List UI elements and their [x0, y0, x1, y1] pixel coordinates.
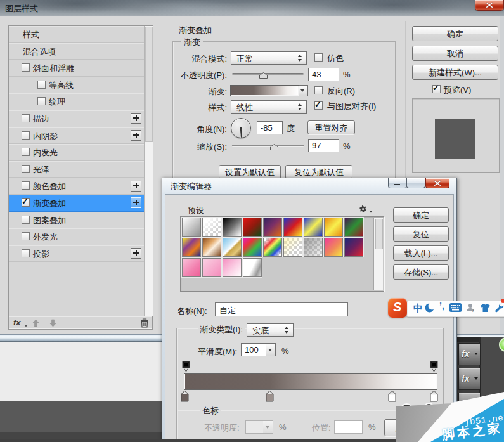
gradient-preset-swatch[interactable]	[243, 218, 262, 237]
minimize-button[interactable]	[388, 178, 407, 188]
style-list-item[interactable]: 内发光	[9, 144, 144, 161]
presets-menu-button[interactable]	[358, 204, 368, 216]
gradient-preset-swatch[interactable]	[344, 218, 363, 237]
style-list-item[interactable]: 纹理	[9, 93, 144, 110]
style-list-item[interactable]: 外发光	[9, 228, 144, 245]
add-instance-button[interactable]	[131, 181, 141, 192]
style-item-checkbox[interactable]	[22, 165, 30, 173]
editor-ok-button[interactable]: 确定	[393, 207, 449, 223]
style-list-item[interactable]: 图案叠加	[9, 212, 144, 229]
style-item-checkbox[interactable]	[22, 198, 30, 207]
style-item-checkbox[interactable]	[37, 81, 46, 89]
gradient-preset-swatch[interactable]	[223, 258, 242, 277]
punctuation-icon[interactable]: ’,	[439, 301, 444, 311]
close-button[interactable]	[475, 0, 504, 11]
style-item-checkbox[interactable]	[22, 148, 30, 156]
editor-reset-button[interactable]: 复位	[393, 226, 449, 242]
skin-tshirt-icon[interactable]	[480, 303, 491, 315]
chinese-mode-icon[interactable]: 中	[413, 302, 423, 315]
stop-opacity-input[interactable]	[245, 420, 264, 434]
user-avatar-icon[interactable]: 7	[465, 302, 476, 315]
save-button[interactable]: 存储(S)...	[393, 264, 449, 280]
smoothness-dropdown-button[interactable]	[266, 343, 276, 356]
style-list-item[interactable]: 颜色叠加	[9, 178, 144, 195]
gradient-preset-swatch[interactable]	[223, 238, 242, 257]
gradient-preset-swatch[interactable]	[324, 238, 343, 257]
delete-style-icon[interactable]	[140, 318, 149, 330]
stop-position-input[interactable]	[334, 420, 363, 434]
gradient-preset-swatch[interactable]	[344, 238, 363, 257]
style-select[interactable]: 线性	[231, 100, 307, 114]
blend-mode-select[interactable]: 正常	[231, 51, 307, 65]
ok-button[interactable]: 确定	[412, 26, 498, 41]
fx-menu-button[interactable]: fx	[13, 318, 21, 327]
reset-align-button[interactable]: 重置对齐	[307, 120, 355, 134]
color-stop-handle[interactable]	[266, 390, 274, 402]
stop-opacity-dropdown[interactable]	[263, 420, 273, 434]
gradient-preset-swatch[interactable]	[182, 218, 201, 237]
opacity-slider[interactable]	[232, 73, 304, 75]
reset-default-button[interactable]: 复位为默认值	[285, 165, 352, 179]
dither-checkbox[interactable]	[314, 53, 323, 62]
style-list-item[interactable]: 投影	[9, 245, 144, 263]
layer-style-titlebar[interactable]: 图层样式	[0, 0, 504, 17]
smoothness-input[interactable]: 100	[241, 343, 268, 356]
gradient-preset-swatch[interactable]	[304, 218, 323, 237]
name-input[interactable]: 自定	[215, 302, 348, 316]
opacity-slider-thumb[interactable]	[259, 71, 268, 77]
opacity-input[interactable]: 43	[308, 68, 339, 81]
gradient-dropdown-button[interactable]	[299, 85, 308, 96]
style-item-checkbox[interactable]	[22, 63, 30, 72]
move-down-icon[interactable]	[49, 319, 57, 327]
style-list-item[interactable]: 光泽	[9, 161, 144, 178]
angle-dial[interactable]	[231, 118, 251, 138]
add-instance-button[interactable]	[131, 197, 141, 208]
preset-scrollbar[interactable]	[373, 218, 383, 290]
gradient-preset-swatch[interactable]	[324, 218, 343, 237]
toolbox-wrench-icon[interactable]	[494, 302, 504, 315]
gradient-preset-swatch[interactable]	[182, 258, 201, 277]
opacity-stop-handle[interactable]	[430, 361, 438, 372]
add-instance-button[interactable]	[131, 113, 141, 124]
keyboard-icon[interactable]	[449, 303, 462, 314]
gradient-preset-swatch[interactable]	[283, 218, 302, 237]
preview-checkbox[interactable]	[432, 85, 441, 93]
style-item-checkbox[interactable]	[37, 97, 46, 105]
gradient-preset-swatch[interactable]	[182, 238, 201, 257]
angle-input[interactable]: -85	[257, 121, 283, 134]
gradient-preset-swatch[interactable]	[283, 238, 302, 257]
scrollbar-thumb[interactable]	[145, 27, 153, 142]
style-item-checkbox[interactable]	[22, 131, 30, 140]
preset-scrollbar-thumb[interactable]	[375, 219, 383, 249]
add-instance-button[interactable]	[131, 248, 141, 259]
gradient-preset-swatch[interactable]	[202, 258, 221, 277]
add-instance-button[interactable]	[131, 130, 141, 141]
maximize-button[interactable]	[406, 178, 425, 188]
style-list-item[interactable]: 等高线	[9, 77, 144, 94]
style-list-item[interactable]: 混合选项	[9, 43, 144, 60]
opacity-stop-handle[interactable]	[182, 361, 190, 372]
gradient-preset-swatch[interactable]	[304, 238, 323, 257]
layer-fx-button[interactable]: fx	[458, 343, 481, 365]
color-stop-handle[interactable]	[181, 390, 189, 402]
align-checkbox[interactable]	[314, 101, 323, 110]
style-list-item[interactable]: 渐变叠加	[9, 195, 144, 212]
style-list-item[interactable]: 样式	[9, 26, 144, 43]
cancel-button[interactable]: 取消	[412, 46, 498, 61]
styles-list-scrollbar[interactable]	[144, 26, 153, 316]
style-list-item[interactable]: 描边	[9, 110, 144, 127]
reverse-checkbox[interactable]	[314, 86, 323, 94]
new-style-button[interactable]: 新建样式(W)...	[412, 65, 498, 80]
fullwidth-moon-icon[interactable]	[425, 302, 435, 315]
gradient-type-select[interactable]: 实底	[247, 323, 294, 337]
gradient-preset-swatch[interactable]	[223, 218, 242, 237]
scale-slider[interactable]	[232, 145, 304, 146]
sogou-logo-icon[interactable]: S	[388, 298, 407, 318]
gradient-preset-swatch[interactable]	[243, 258, 262, 277]
load-button[interactable]: 载入(L)...	[393, 245, 449, 261]
set-default-button[interactable]: 设置为默认值	[219, 165, 281, 179]
style-item-checkbox[interactable]	[22, 216, 30, 224]
style-list-item[interactable]: 内阴影	[9, 127, 144, 145]
gradient-preset-swatch[interactable]	[263, 238, 282, 257]
gradient-preset-swatch[interactable]	[263, 218, 282, 237]
